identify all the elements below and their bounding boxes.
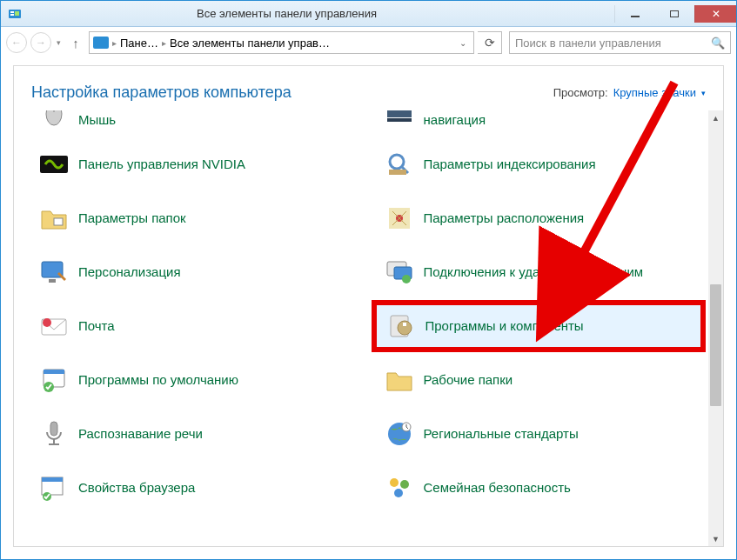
item-speech[interactable]: Распознавание речи bbox=[31, 413, 356, 455]
svg-point-40 bbox=[394, 489, 403, 497]
svg-point-21 bbox=[43, 318, 51, 327]
refresh-button[interactable]: ⟳ bbox=[478, 31, 502, 54]
item-label: Подключения к удаленным рабочим bbox=[424, 264, 644, 280]
breadcrumb-1[interactable]: Пане… bbox=[120, 37, 158, 50]
items-area: Мышь навигация Панель управления NVIDIA … bbox=[14, 110, 723, 546]
item-label: Параметры папок bbox=[78, 210, 186, 226]
chevron-right-icon[interactable]: ▸ bbox=[162, 38, 166, 48]
content: Настройка параметров компьютера Просмотр… bbox=[1, 58, 736, 559]
item-rdp[interactable]: Подключения к удаленным рабочим bbox=[377, 251, 701, 293]
location-icon bbox=[384, 203, 415, 234]
item-personalization[interactable]: Персонализация bbox=[31, 251, 356, 293]
item-label: Региональные стандарты bbox=[424, 426, 579, 442]
globe-icon bbox=[384, 418, 415, 450]
item-label: Распознавание речи bbox=[78, 426, 203, 442]
svg-rect-24 bbox=[403, 323, 406, 326]
item-indexing[interactable]: Параметры индексирования bbox=[377, 143, 701, 185]
search-input[interactable]: Поиск в панели управления 🔍 bbox=[509, 31, 731, 54]
minimize-button[interactable] bbox=[614, 5, 654, 23]
item-family-safety[interactable]: Семейная безопасность bbox=[377, 467, 701, 509]
item-label: Панель управления NVIDIA bbox=[78, 157, 245, 172]
indexing-icon bbox=[384, 149, 415, 180]
item-label: Почта bbox=[78, 318, 115, 334]
svg-rect-11 bbox=[389, 170, 406, 175]
item-label: Рабочие папки bbox=[424, 372, 513, 388]
item-label: Параметры индексирования bbox=[424, 157, 596, 172]
svg-rect-36 bbox=[42, 477, 63, 482]
address-bar[interactable]: ▸ Пане… ▸ Все элементы панели управ… ⌄ bbox=[89, 31, 474, 54]
item-work-folders[interactable]: Рабочие папки bbox=[377, 359, 701, 401]
folder-options-icon bbox=[38, 203, 70, 234]
svg-rect-28 bbox=[50, 422, 57, 436]
maximize-button[interactable] bbox=[654, 5, 694, 23]
item-label: Программы по умолчанию bbox=[78, 372, 238, 388]
item-mail[interactable]: Почта bbox=[31, 305, 356, 347]
view-selector: Просмотр: Крупные значки ▾ bbox=[553, 86, 706, 99]
up-button[interactable]: ↑ bbox=[66, 33, 85, 52]
item-location[interactable]: Параметры расположения bbox=[377, 197, 701, 239]
search-placeholder: Поиск в панели управления bbox=[515, 37, 661, 50]
item-programs-features[interactable]: Программы и компоненты bbox=[372, 300, 707, 352]
item-browser-props[interactable]: Свойства браузера bbox=[31, 467, 356, 509]
breadcrumb-2[interactable]: Все элементы панели управ… bbox=[170, 37, 330, 50]
scroll-down-button[interactable]: ▼ bbox=[708, 531, 723, 546]
view-mode-link[interactable]: Крупные значки bbox=[613, 86, 696, 99]
item-label: Свойства браузера bbox=[78, 480, 195, 496]
personalization-icon bbox=[38, 257, 70, 288]
address-dropdown-icon[interactable]: ⌄ bbox=[456, 38, 470, 48]
close-button[interactable]: ✕ bbox=[694, 5, 736, 23]
search-icon: 🔍 bbox=[711, 37, 725, 50]
chevron-right-icon[interactable]: ▸ bbox=[112, 38, 117, 48]
view-label: Просмотр: bbox=[553, 86, 608, 99]
item-folder-options[interactable]: Параметры папок bbox=[31, 197, 356, 239]
mail-icon bbox=[38, 310, 70, 342]
default-programs-icon bbox=[38, 364, 70, 396]
svg-point-4 bbox=[46, 110, 62, 125]
item-label: Мышь bbox=[78, 112, 116, 128]
scroll-thumb[interactable] bbox=[710, 284, 721, 406]
window-title: Все элементы панели управления bbox=[0, 7, 614, 20]
svg-rect-16 bbox=[49, 279, 56, 283]
svg-point-39 bbox=[400, 480, 409, 489]
item-label: Персонализация bbox=[78, 264, 181, 280]
item-label: Семейная безопасность bbox=[424, 480, 571, 496]
taskbar-icon bbox=[384, 110, 415, 128]
address-icon bbox=[93, 37, 109, 49]
microphone-icon bbox=[38, 418, 70, 450]
item-mouse[interactable]: Мышь bbox=[31, 110, 356, 131]
svg-point-19 bbox=[402, 275, 411, 283]
svg-point-38 bbox=[390, 478, 399, 487]
family-safety-icon bbox=[384, 472, 415, 503]
nvidia-icon bbox=[38, 149, 70, 180]
item-label: Программы и компоненты bbox=[425, 318, 584, 334]
work-folders-icon bbox=[384, 364, 415, 396]
mouse-icon bbox=[38, 110, 70, 128]
content-panel: Настройка параметров компьютера Просмотр… bbox=[13, 65, 724, 547]
svg-rect-6 bbox=[387, 110, 412, 117]
window-controls: ✕ bbox=[614, 5, 736, 23]
item-default-programs[interactable]: Программы по умолчанию bbox=[31, 359, 356, 401]
item-label: навигация bbox=[424, 112, 486, 128]
forward-button[interactable]: → bbox=[30, 32, 51, 53]
item-label: Параметры расположения bbox=[424, 210, 585, 226]
navbar: ← → ▾ ↑ ▸ Пане… ▸ Все элементы панели уп… bbox=[1, 27, 736, 58]
svg-rect-7 bbox=[387, 118, 412, 122]
item-navigation[interactable]: навигация bbox=[377, 110, 701, 131]
history-dropdown-icon[interactable]: ▾ bbox=[57, 38, 61, 47]
back-button[interactable]: ← bbox=[6, 32, 27, 53]
titlebar: Все элементы панели управления ✕ bbox=[1, 1, 736, 27]
scrollbar[interactable]: ▲ ▼ bbox=[708, 110, 723, 546]
page-title: Настройка параметров компьютера bbox=[31, 83, 291, 102]
items-grid: Мышь навигация Панель управления NVIDIA … bbox=[14, 110, 706, 517]
scroll-up-button[interactable]: ▲ bbox=[708, 110, 723, 125]
browser-props-icon bbox=[38, 472, 70, 503]
programs-icon bbox=[385, 310, 417, 342]
header-row: Настройка параметров компьютера Просмотр… bbox=[14, 66, 723, 110]
item-nvidia[interactable]: Панель управления NVIDIA bbox=[31, 143, 356, 185]
rdp-icon bbox=[384, 257, 415, 288]
chevron-down-icon[interactable]: ▾ bbox=[701, 89, 706, 97]
item-region[interactable]: Региональные стандарты bbox=[377, 413, 701, 455]
svg-rect-12 bbox=[54, 218, 63, 225]
svg-rect-26 bbox=[44, 370, 64, 374]
